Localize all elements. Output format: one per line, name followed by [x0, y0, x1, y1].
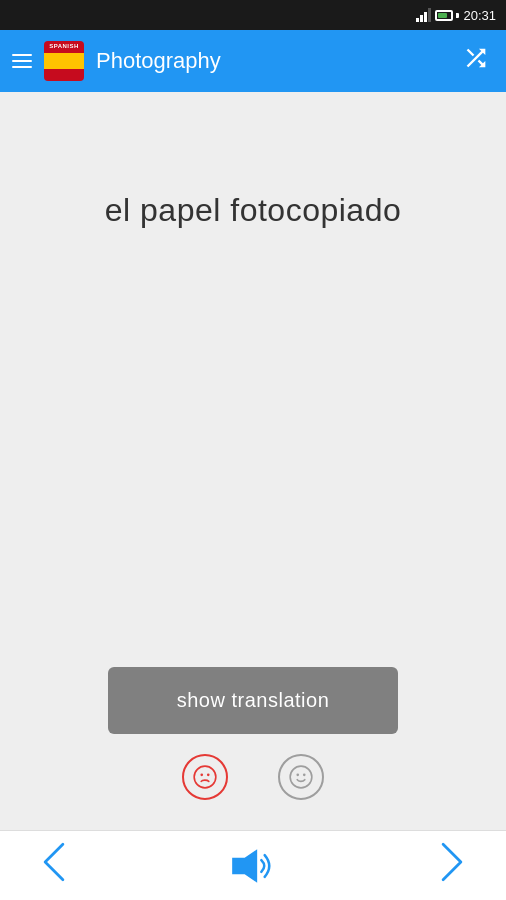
- svg-point-1: [200, 774, 203, 777]
- svg-point-2: [207, 774, 210, 777]
- bottom-navigation: [0, 830, 506, 900]
- show-translation-button[interactable]: show translation: [108, 667, 398, 734]
- flag-label: SPANISH: [47, 43, 81, 49]
- svg-point-5: [303, 774, 306, 777]
- svg-point-4: [296, 774, 299, 777]
- battery-icon: [435, 10, 459, 21]
- svg-marker-6: [232, 849, 257, 882]
- page-title: Photography: [96, 48, 446, 74]
- status-bar: 20:31: [0, 0, 506, 30]
- status-time: 20:31: [463, 8, 496, 23]
- svg-point-0: [194, 766, 216, 788]
- hamburger-menu-button[interactable]: [12, 54, 32, 68]
- signal-icon: [416, 8, 431, 22]
- feedback-buttons: [182, 754, 324, 800]
- speaker-button[interactable]: [228, 845, 278, 887]
- bottom-controls: show translation: [20, 667, 486, 800]
- main-content: el papel fotocopiado show translation: [0, 92, 506, 830]
- shuffle-button[interactable]: [458, 40, 494, 82]
- spanish-word: el papel fotocopiado: [105, 192, 401, 229]
- previous-button[interactable]: [30, 832, 78, 900]
- sad-face-button[interactable]: [182, 754, 228, 800]
- svg-point-3: [290, 766, 312, 788]
- flag-icon: SPANISH: [44, 41, 84, 81]
- status-icons: 20:31: [416, 8, 496, 23]
- next-button[interactable]: [428, 832, 476, 900]
- app-bar: SPANISH Photography: [0, 30, 506, 92]
- happy-face-button[interactable]: [278, 754, 324, 800]
